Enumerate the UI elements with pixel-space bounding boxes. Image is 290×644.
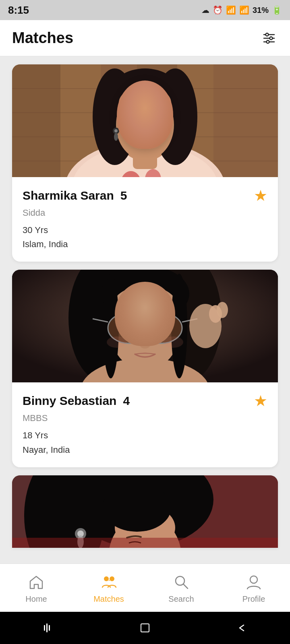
nav-item-matches[interactable]: Matches <box>72 572 145 604</box>
svg-line-84 <box>183 584 188 588</box>
svg-point-27 <box>116 89 174 160</box>
svg-rect-7 <box>12 64 60 177</box>
svg-point-39 <box>122 128 136 136</box>
cloud-icon: ☁ <box>201 5 209 15</box>
android-back-button[interactable] <box>230 616 254 640</box>
svg-point-5 <box>267 40 269 43</box>
match-header-sharmika: Sharmika Saran 5 ★ <box>23 187 267 204</box>
svg-rect-88 <box>49 625 50 631</box>
svg-point-61 <box>140 342 150 349</box>
svg-point-4 <box>270 37 273 39</box>
svg-point-65 <box>107 336 127 348</box>
match-card-third[interactable] <box>12 475 278 548</box>
bottom-nav: Home Matches Search <box>0 564 290 612</box>
svg-point-30 <box>151 119 163 126</box>
match-age-sharmika: 30 Yrs <box>23 223 267 237</box>
svg-point-28 <box>119 87 171 119</box>
match-religion-binny: Nayar, India <box>23 443 267 457</box>
svg-point-71 <box>24 475 105 548</box>
battery-level: 31% <box>253 6 269 15</box>
nav-label-home: Home <box>25 594 47 604</box>
svg-point-32 <box>155 120 161 126</box>
match-details-sharmika: 30 Yrs Islam, India <box>23 223 267 251</box>
nav-label-profile: Profile <box>242 594 265 604</box>
svg-point-34 <box>158 121 160 123</box>
match-name-binny: Binny Sebastian <box>23 394 116 408</box>
page-title: Matches <box>12 29 73 47</box>
svg-point-40 <box>154 128 168 136</box>
home-icon <box>26 572 46 592</box>
svg-point-29 <box>127 119 139 126</box>
battery-icon: 🔋 <box>272 5 282 15</box>
matches-icon <box>99 572 119 592</box>
match-photo-binny <box>12 270 278 382</box>
svg-rect-12 <box>213 64 278 177</box>
match-name-row-binny: Binny Sebastian 4 <box>23 394 130 408</box>
match-name-row-sharmika: Sharmika Saran 5 <box>23 189 127 202</box>
svg-rect-86 <box>44 625 45 631</box>
match-photo-sharmika <box>12 64 278 177</box>
filter-button[interactable] <box>260 29 278 47</box>
svg-point-33 <box>134 121 135 123</box>
svg-point-3 <box>266 33 269 36</box>
match-age-binny: 18 Yrs <box>23 428 267 442</box>
nav-label-matches: Matches <box>93 594 124 604</box>
svg-point-49 <box>113 286 177 326</box>
match-religion-sharmika: Islam, India <box>23 237 267 251</box>
status-icons: ☁ ⏰ 📶 📶 31% 🔋 <box>201 5 282 15</box>
nav-item-home[interactable]: Home <box>0 572 72 604</box>
match-info-sharmika: Sharmika Saran 5 ★ Sidda 30 Yrs Islam, I… <box>12 177 278 262</box>
nav-item-search[interactable]: Search <box>145 572 218 604</box>
android-recent-button[interactable] <box>36 616 60 640</box>
nav-label-search: Search <box>168 594 194 604</box>
match-header-binny: Binny Sebastian 4 ★ <box>23 392 267 410</box>
svg-rect-79 <box>12 538 278 548</box>
wifi-icon: 📶 <box>226 5 236 15</box>
svg-point-66 <box>163 336 183 348</box>
signal-icon: 📶 <box>239 5 249 15</box>
svg-point-38 <box>114 133 118 141</box>
status-bar: 8:15 ☁ ⏰ 📶 📶 31% 🔋 <box>0 0 290 20</box>
match-photo-third <box>12 475 278 548</box>
alarm-icon: ⏰ <box>213 5 223 15</box>
svg-point-26 <box>115 85 175 117</box>
match-name-sharmika: Sharmika Saran <box>23 189 114 202</box>
svg-point-37 <box>114 129 118 132</box>
match-card-sharmika[interactable]: Sharmika Saran 5 ★ Sidda 30 Yrs Islam, I… <box>12 64 278 262</box>
star-button-binny[interactable]: ★ <box>254 392 267 410</box>
match-subtitle-sharmika: Sidda <box>23 208 267 218</box>
svg-point-35 <box>141 129 149 135</box>
match-subtitle-binny: MBBS <box>23 413 267 423</box>
android-home-button[interactable] <box>133 616 157 640</box>
svg-point-80 <box>104 576 109 581</box>
nav-item-profile[interactable]: Profile <box>218 572 290 604</box>
profile-icon <box>244 572 264 592</box>
match-score-sharmika: 5 <box>120 189 127 202</box>
svg-point-64 <box>217 302 228 318</box>
svg-point-81 <box>110 576 114 581</box>
svg-point-74 <box>103 483 171 532</box>
svg-point-59 <box>117 321 126 326</box>
matches-list: Sharmika Saran 5 ★ Sidda 30 Yrs Islam, I… <box>0 56 290 588</box>
svg-point-85 <box>250 576 257 583</box>
status-time: 8:15 <box>8 4 29 17</box>
android-nav-bar <box>0 612 290 644</box>
star-button-sharmika[interactable]: ★ <box>254 187 267 204</box>
svg-point-60 <box>149 321 159 326</box>
svg-point-31 <box>131 120 137 126</box>
match-info-binny: Binny Sebastian 4 ★ MBBS 18 Yrs Nayar, I… <box>12 382 278 467</box>
match-score-binny: 4 <box>123 394 130 408</box>
header: Matches <box>0 20 290 56</box>
match-details-binny: 18 Yrs Nayar, India <box>23 428 267 456</box>
svg-rect-89 <box>141 624 149 632</box>
svg-rect-87 <box>46 623 48 632</box>
search-icon <box>171 572 191 592</box>
match-card-binny[interactable]: Binny Sebastian 4 ★ MBBS 18 Yrs Nayar, I… <box>12 270 278 467</box>
